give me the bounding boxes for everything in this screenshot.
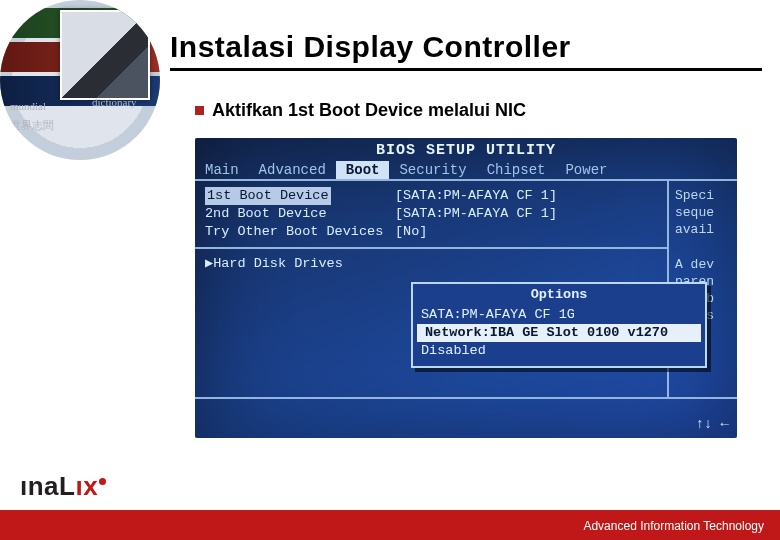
bios-label: 2nd Boot Device	[205, 205, 395, 223]
bios-tab-chipset: Chipset	[477, 161, 556, 179]
bios-value: [No]	[395, 223, 427, 241]
bios-options-popup: Options SATA:PM-AFAYA CF 1G Network:IBA …	[411, 282, 707, 368]
bios-tab-advanced: Advanced	[249, 161, 336, 179]
bullet-icon	[195, 106, 204, 115]
corner-decoration: mundial 世界志間 dictionary	[0, 0, 160, 160]
triangle-icon: ▶	[205, 255, 213, 273]
title-bar: Instalasi Display Controller	[170, 30, 762, 71]
bios-screenshot: BIOS SETUP UTILITY Main Advanced Boot Se…	[195, 138, 737, 438]
page-title: Instalasi Display Controller	[170, 30, 762, 64]
popup-option: SATA:PM-AFAYA CF 1G	[413, 306, 705, 324]
bios-item-hdd: ▶ Hard Disk Drives	[205, 255, 657, 273]
bios-value: [SATA:PM-AFAYA CF 1]	[395, 187, 557, 205]
logo-text-accent: ıx	[75, 471, 98, 501]
logo-text: ınaL	[20, 471, 75, 501]
help-text: A dev	[675, 256, 731, 273]
bios-nav-hint: ↑↓ ←	[695, 416, 729, 432]
deco-text: 世界志間	[10, 118, 54, 133]
bios-title: BIOS SETUP UTILITY	[195, 138, 737, 159]
popup-option-selected: Network:IBA GE Slot 0100 v1270	[417, 324, 701, 342]
bios-item-1st-boot: 1st Boot Device [SATA:PM-AFAYA CF 1]	[205, 187, 657, 205]
bios-tab-power: Power	[555, 161, 617, 179]
bullet-text: Aktifkan 1st Boot Device melalui NIC	[212, 100, 526, 121]
brand-logo: ınaLıx	[20, 471, 106, 502]
bios-tab-security: Security	[389, 161, 476, 179]
help-text: seque	[675, 204, 731, 221]
deco-text: mundial	[10, 100, 46, 112]
bios-tab-boot: Boot	[336, 161, 390, 179]
popup-option: Disabled	[413, 342, 705, 360]
popup-title: Options	[413, 284, 705, 306]
deco-text: dictionary	[92, 96, 137, 108]
deco-photo	[60, 10, 150, 100]
bios-label: Hard Disk Drives	[213, 255, 343, 273]
bios-value: [SATA:PM-AFAYA CF 1]	[395, 205, 557, 223]
bios-tab-main: Main	[195, 161, 249, 179]
bios-separator	[195, 247, 667, 249]
footer-text: Advanced Information Technology	[583, 519, 764, 533]
bios-tab-row: Main Advanced Boot Security Chipset Powe…	[195, 161, 737, 179]
bios-item-2nd-boot: 2nd Boot Device [SATA:PM-AFAYA CF 1]	[205, 205, 657, 223]
bios-item-try-other: Try Other Boot Devices [No]	[205, 223, 657, 241]
bios-label: 1st Boot Device	[205, 187, 331, 205]
help-text: Speci	[675, 187, 731, 204]
bios-label: Try Other Boot Devices	[205, 223, 395, 241]
bullet-row: Aktifkan 1st Boot Device melalui NIC	[195, 100, 526, 121]
help-text: avail	[675, 221, 731, 238]
logo-dot-icon	[99, 478, 106, 485]
